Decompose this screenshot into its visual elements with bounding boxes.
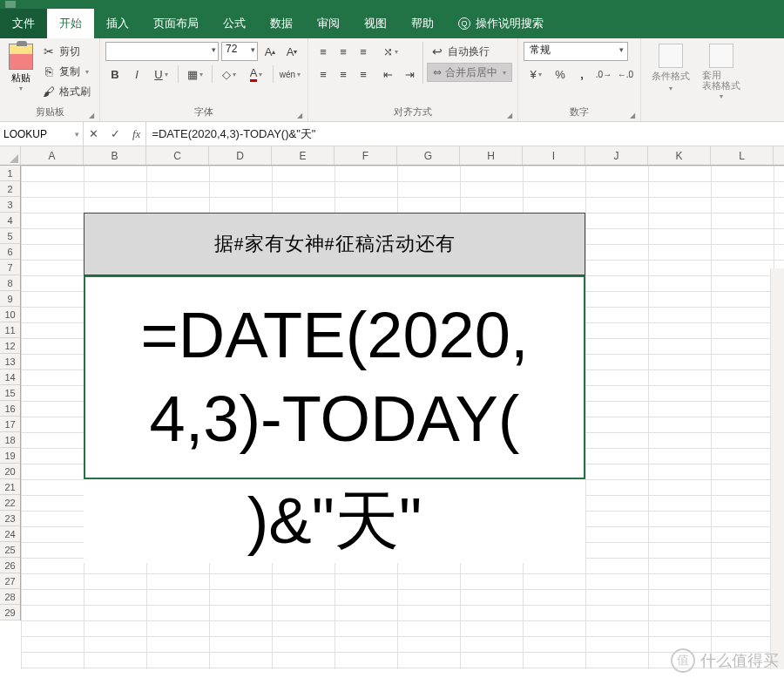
column-header-B[interactable]: B — [84, 146, 146, 165]
tab-formulas[interactable]: 公式 — [211, 9, 258, 38]
format-painter-button[interactable]: 🖌格式刷 — [38, 82, 94, 101]
row-header-9[interactable]: 9 — [0, 291, 20, 307]
row-header-26[interactable]: 26 — [0, 558, 20, 573]
row-header-28[interactable]: 28 — [0, 589, 20, 605]
select-all-corner[interactable] — [0, 146, 21, 166]
align-middle-button[interactable]: ≡ — [334, 42, 353, 61]
decrease-decimal-button[interactable]: ←.0 — [616, 64, 635, 84]
row-header-1[interactable]: 1 — [0, 166, 20, 181]
font-size-select[interactable]: 72 — [221, 42, 258, 61]
column-header-C[interactable]: C — [146, 146, 209, 165]
cell-grid[interactable]: 据#家有女神#征稿活动还有 =DATE(2020, 4,3)-TODAY( )&… — [21, 166, 784, 669]
qat-save-icon[interactable] — [5, 1, 16, 8]
cancel-formula-button[interactable]: ✕ — [89, 127, 98, 140]
row-header-13[interactable]: 13 — [0, 354, 20, 370]
number-format-select[interactable]: 常规 — [524, 42, 628, 61]
row-header-18[interactable]: 18 — [0, 432, 20, 448]
row-header-29[interactable]: 29 — [0, 605, 20, 620]
bold-button[interactable]: B — [105, 64, 125, 84]
increase-font-button[interactable]: A▴ — [260, 42, 280, 61]
phonetic-button[interactable]: wén — [278, 64, 302, 84]
row-header-5[interactable]: 5 — [0, 228, 20, 244]
decrease-font-button[interactable]: A▾ — [282, 42, 301, 61]
row-header-27[interactable]: 27 — [0, 573, 20, 589]
row-header-22[interactable]: 22 — [0, 495, 20, 511]
name-box[interactable]: LOOKUP — [0, 122, 84, 146]
paste-button[interactable]: 粘贴 ▾ — [5, 42, 37, 94]
cut-button[interactable]: ✂剪切 — [38, 42, 94, 61]
tab-file[interactable]: 文件 — [0, 9, 47, 38]
row-header-14[interactable]: 14 — [0, 370, 20, 385]
wrap-text-button[interactable]: ↩自动换行 — [427, 42, 512, 61]
formula-input[interactable]: =DATE(2020,4,3)-TODAY()&"天" — [146, 122, 784, 146]
underline-button[interactable]: U — [149, 64, 173, 84]
row-header-25[interactable]: 25 — [0, 542, 20, 558]
row-header-15[interactable]: 15 — [0, 385, 20, 401]
row-header-6[interactable]: 6 — [0, 244, 20, 260]
increase-indent-button[interactable]: ⇥ — [400, 64, 419, 84]
column-header-J[interactable]: J — [585, 146, 648, 165]
row-header-7[interactable]: 7 — [0, 260, 20, 275]
font-color-button[interactable]: A — [244, 64, 268, 84]
align-left-button[interactable]: ≡ — [314, 64, 333, 84]
insert-function-button[interactable]: fx — [132, 127, 140, 141]
conditional-formatting-button[interactable]: 条件格式▾ — [646, 42, 695, 94]
row-header-20[interactable]: 20 — [0, 464, 20, 479]
column-header-L[interactable]: L — [711, 146, 774, 165]
column-header-K[interactable]: K — [648, 146, 711, 165]
column-headers[interactable]: ABCDEFGHIJKL — [21, 146, 784, 166]
row-header-21[interactable]: 21 — [0, 479, 20, 495]
row-header-16[interactable]: 16 — [0, 401, 20, 417]
fill-color-button[interactable]: ◇ — [217, 64, 241, 84]
lightbulb-icon: Q — [458, 17, 470, 30]
column-header-G[interactable]: G — [397, 146, 460, 165]
row-header-8[interactable]: 8 — [0, 275, 20, 291]
tell-me-search[interactable]: Q 操作说明搜索 — [446, 9, 544, 38]
worksheet[interactable]: ABCDEFGHIJKL 123456789101112131415161718… — [0, 146, 784, 669]
merge-center-button[interactable]: ⇔合并后居中 — [427, 63, 512, 82]
tab-view[interactable]: 视图 — [352, 9, 399, 38]
font-name-select[interactable] — [105, 42, 219, 61]
tab-insert[interactable]: 插入 — [94, 9, 141, 38]
tab-help[interactable]: 帮助 — [399, 9, 446, 38]
column-header-H[interactable]: H — [460, 146, 523, 165]
column-header-A[interactable]: A — [21, 146, 84, 165]
row-header-19[interactable]: 19 — [0, 448, 20, 464]
row-headers[interactable]: 1234567891011121314151617181920212223242… — [0, 166, 21, 620]
orientation-button[interactable]: ⤭ — [378, 42, 402, 61]
borders-button[interactable]: ▦ — [183, 64, 207, 84]
tab-page-layout[interactable]: 页面布局 — [141, 9, 211, 38]
enter-formula-button[interactable]: ✓ — [111, 127, 120, 140]
column-header-I[interactable]: I — [523, 146, 585, 165]
row-header-23[interactable]: 23 — [0, 511, 20, 526]
column-header-F[interactable]: F — [335, 146, 397, 165]
column-header-D[interactable]: D — [209, 146, 272, 165]
comma-style-button[interactable]: , — [572, 64, 591, 84]
align-center-button[interactable]: ≡ — [334, 64, 353, 84]
row-header-2[interactable]: 2 — [0, 181, 20, 197]
copy-button[interactable]: ⎘复制 — [38, 62, 94, 81]
tab-review[interactable]: 审阅 — [305, 9, 352, 38]
active-cell-editing[interactable]: =DATE(2020, 4,3)-TODAY( — [84, 275, 585, 479]
increase-decimal-button[interactable]: .0→ — [594, 64, 613, 84]
row-header-17[interactable]: 17 — [0, 417, 20, 432]
decrease-indent-button[interactable]: ⇤ — [378, 64, 397, 84]
align-top-button[interactable]: ≡ — [314, 42, 333, 61]
row-header-11[interactable]: 11 — [0, 322, 20, 338]
align-bottom-button[interactable]: ≡ — [354, 42, 373, 61]
accounting-format-button[interactable]: ¥ — [524, 64, 548, 84]
vertical-scrollbar[interactable] — [770, 268, 784, 669]
italic-button[interactable]: I — [127, 64, 146, 84]
row-header-12[interactable]: 12 — [0, 338, 20, 354]
row-header-3[interactable]: 3 — [0, 197, 20, 213]
format-as-table-button[interactable]: 套用 表格格式▾ — [697, 42, 746, 102]
column-header-E[interactable]: E — [272, 146, 335, 165]
align-right-button[interactable]: ≡ — [354, 64, 373, 84]
merged-cell-header[interactable]: 据#家有女神#征稿活动还有 — [84, 213, 585, 275]
percent-button[interactable]: % — [551, 64, 570, 84]
row-header-10[interactable]: 10 — [0, 307, 20, 322]
row-header-4[interactable]: 4 — [0, 213, 20, 228]
tab-data[interactable]: 数据 — [258, 9, 305, 38]
tab-home[interactable]: 开始 — [47, 9, 94, 38]
row-header-24[interactable]: 24 — [0, 526, 20, 542]
